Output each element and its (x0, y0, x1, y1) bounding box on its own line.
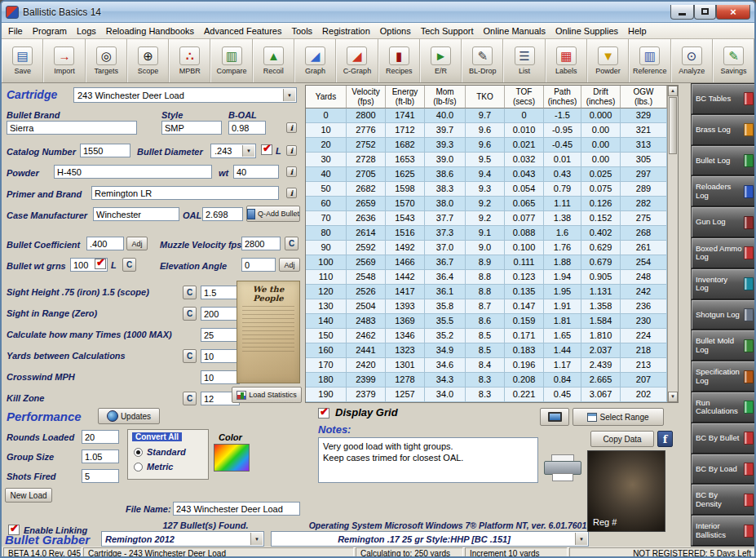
table-row[interactable]: 170 2420 1301 34.6 8.4 0.196 1.17 2.439 … (306, 358, 667, 373)
bullet-diameter-dropdown[interactable]: .243 ▼ (210, 144, 256, 158)
calc-weight-button[interactable]: C (122, 258, 136, 272)
table-header-cell[interactable]: Energy (ft-lb) (386, 86, 425, 108)
menu-item[interactable]: Tools (286, 24, 317, 38)
calc-times-field[interactable] (201, 328, 240, 342)
table-header-cell[interactable]: TOF (secs) (505, 86, 544, 108)
load-statistics-button[interactable]: Load Statistics (232, 387, 302, 403)
oal-field[interactable] (202, 207, 243, 221)
table-row[interactable]: 110 2548 1442 36.4 8.8 0.123 1.94 0.905 … (306, 270, 667, 285)
bullet-wt-lock-checkbox[interactable] (95, 259, 106, 269)
minimize-button[interactable] (670, 5, 694, 20)
toolbar-button[interactable]: List (503, 39, 545, 82)
table-header-cell[interactable]: Mom (lb-f/s) (425, 86, 466, 108)
table-row[interactable]: 80 2614 1516 37.3 9.1 0.088 1.6 0.402 26… (306, 226, 667, 241)
table-row[interactable]: 190 2379 1257 34.0 8.3 0.221 0.45 3.067 … (306, 388, 667, 402)
info-button[interactable]: i (286, 166, 297, 177)
sidebar-button[interactable]: BC By Density (692, 485, 756, 515)
chevron-down-icon[interactable]: ▼ (242, 145, 254, 157)
chevron-down-icon[interactable]: ▼ (283, 89, 295, 101)
updates-button[interactable]: Updates (98, 408, 160, 424)
table-row[interactable]: 30 2728 1653 39.0 9.5 0.032 0.01 0.00 30… (306, 153, 667, 167)
diameter-lock-checkbox[interactable] (261, 144, 272, 155)
toolbar-button[interactable]: Reference (629, 39, 670, 82)
sidebar-button[interactable]: Bullet Mold Log (692, 330, 756, 361)
toolbar-button[interactable]: Recoil (253, 39, 294, 82)
table-header-cell[interactable]: TKO (466, 86, 505, 108)
scrollbar-thumb[interactable] (669, 97, 677, 154)
sight-height-field[interactable] (201, 286, 240, 299)
menu-item[interactable]: Logs (72, 24, 101, 38)
file-name-field[interactable] (173, 502, 300, 516)
case-manufacturer-field[interactable] (93, 207, 179, 221)
yards-between-field[interactable] (201, 349, 240, 363)
toolbar-button[interactable]: E/R (420, 39, 462, 82)
menu-item[interactable]: Reloading Handbooks (101, 24, 199, 38)
sidebar-button[interactable]: Brass Log (692, 115, 756, 145)
sidebar-button[interactable]: BC By Load (692, 454, 756, 485)
sidebar-button[interactable]: Inventory Log (692, 269, 756, 299)
table-header-cell[interactable]: OGW (lbs.) (621, 86, 667, 108)
table-row[interactable]: 100 2569 1466 36.7 8.9 0.111 1.88 0.679 … (306, 255, 667, 270)
cartridge-dropdown[interactable]: 243 Winchester Deer Load ▼ (73, 87, 297, 103)
title-bar[interactable]: Ballistic Basics 14 × (2, 2, 754, 23)
info-button[interactable]: i (286, 145, 297, 156)
catalog-number-field[interactable] (80, 144, 130, 157)
calc-yards-button[interactable]: C (183, 349, 197, 363)
toolbar-button[interactable]: Analyze (671, 39, 713, 82)
toolbar-button[interactable]: Save (2, 39, 43, 82)
sidebar-button[interactable]: Reloaders Log (692, 176, 756, 206)
primer-field[interactable] (91, 186, 279, 200)
rounds-loaded-field[interactable] (82, 430, 119, 444)
maximize-button[interactable] (694, 5, 716, 20)
table-header-cell[interactable]: Yards (306, 86, 347, 108)
table-row[interactable]: 0 2800 1741 40.0 9.7 0 -1.5 0.000 329 (306, 108, 667, 123)
sidebar-button[interactable]: Run Calculations (692, 392, 756, 423)
select-range-button[interactable]: Select Range (573, 408, 664, 426)
calc-kill-zone-button[interactable]: C (183, 392, 197, 405)
table-row[interactable]: 50 2682 1598 38.3 9.3 0.054 0.79 0.075 2… (306, 182, 667, 197)
menu-item[interactable]: Advanced Features (199, 24, 286, 38)
screen-view-button[interactable] (540, 408, 569, 426)
toolbar-button[interactable]: Recipes (378, 39, 420, 82)
table-row[interactable]: 150 2462 1346 35.2 8.5 0.171 1.65 1.810 … (306, 329, 667, 343)
table-header-cell[interactable]: Velocity (fps) (347, 86, 386, 108)
menu-item[interactable]: Registration (317, 24, 375, 38)
muzzle-velocity-field[interactable] (241, 237, 281, 250)
adjust-bc-button[interactable]: Adj (126, 237, 148, 250)
bullet-coefficient-field[interactable] (86, 237, 124, 250)
menu-item[interactable]: Options (375, 24, 416, 38)
toolbar-button[interactable]: Import (43, 39, 85, 82)
table-row[interactable]: 180 2399 1278 34.3 8.3 0.208 0.84 2.665 … (306, 373, 667, 388)
b-oal-field[interactable] (228, 121, 266, 135)
table-header-cell[interactable]: Path (inches) (544, 86, 581, 108)
menu-item[interactable]: Help (623, 24, 652, 38)
chevron-down-icon[interactable]: ▼ (575, 533, 587, 545)
menu-item[interactable]: Program (28, 24, 72, 38)
sight-in-range-field[interactable] (201, 307, 240, 321)
calc-velocity-button[interactable]: C (285, 237, 298, 250)
menu-item[interactable]: Online Supplies (550, 24, 623, 38)
q-add-bullet-button[interactable]: Q-Add Bullet (246, 206, 300, 222)
grabber-bullet-dropdown[interactable]: Remington .17 25 gr Style:HHP [BC .151] … (271, 531, 589, 547)
info-button[interactable]: i (286, 122, 297, 133)
copy-data-button[interactable]: Copy Data (590, 431, 654, 447)
metric-radio[interactable] (134, 463, 143, 472)
table-row[interactable]: 40 2705 1625 38.6 9.4 0.043 0.43 0.025 2… (306, 167, 667, 182)
new-load-button[interactable]: New Load (5, 488, 52, 503)
toolbar-button[interactable]: Savings (713, 39, 754, 82)
toolbar-button[interactable]: Targets (86, 39, 127, 82)
sidebar-button[interactable]: Bullet Log (692, 146, 756, 176)
toolbar-button[interactable]: Compare (210, 39, 252, 82)
menu-item[interactable]: Online Manuals (479, 24, 550, 38)
style-field[interactable] (161, 121, 222, 135)
toolbar-button[interactable]: BL-Drop (462, 39, 503, 82)
toolbar-button[interactable]: Scope (127, 39, 169, 82)
table-row[interactable]: 20 2752 1682 39.3 9.6 0.021 -0.45 0.00 3… (306, 138, 667, 153)
close-button[interactable]: × (716, 5, 750, 20)
standard-radio[interactable] (134, 448, 143, 457)
toolbar-button[interactable]: Powder (587, 39, 629, 82)
table-row[interactable]: 140 2483 1369 35.5 8.6 0.159 1.81 1.584 … (306, 314, 667, 329)
table-row[interactable]: 90 2592 1492 37.0 9.0 0.100 1.76 0.629 2… (306, 241, 667, 255)
table-header-cell[interactable]: Drift (inches) (581, 86, 621, 108)
toolbar-button[interactable]: Labels (546, 39, 587, 82)
